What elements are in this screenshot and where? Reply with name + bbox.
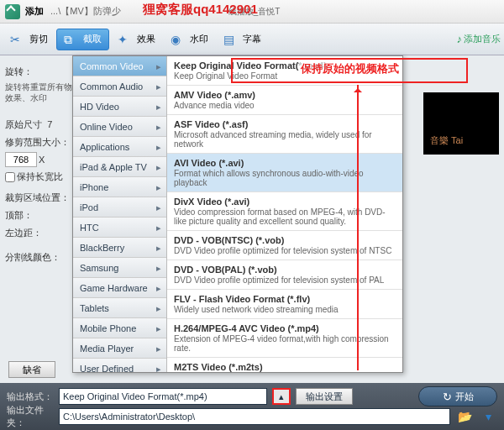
output-settings-button[interactable]: 输出设置 [296, 388, 353, 405]
category-item[interactable]: Applications [73, 137, 166, 157]
effect-button[interactable]: 效果 [111, 29, 162, 50]
app-icon [5, 4, 20, 19]
format-desc: DVD Video profile optimized for televisi… [174, 246, 396, 255]
start-button[interactable]: 开始 [418, 386, 497, 406]
add-label[interactable]: 添加 [25, 5, 44, 18]
format-title: AVI Video (*.avi) [174, 158, 396, 168]
format-item[interactable]: DVD - VOB(NTSC) (*.vob)DVD Video profile… [167, 231, 402, 260]
category-item[interactable]: Common Audio [73, 76, 166, 97]
subtitle-icon [223, 33, 240, 46]
category-item[interactable]: Media Player [73, 338, 166, 359]
preview-text: 音樂 Tai [430, 134, 463, 147]
annotation-arrow [357, 85, 359, 370]
format-item[interactable]: FLV - Flash Video Format (*.flv)Widely u… [167, 290, 402, 319]
folder-more-icon[interactable]: ▾ [479, 408, 497, 425]
orig-size-label: 原始尺寸 7 [5, 118, 82, 131]
format-dropdown: Common VideoCommon AudioHD VideoOnline V… [72, 55, 403, 373]
water-icon [171, 33, 187, 46]
format-desc: Format which allows synchronous audio-wi… [174, 169, 396, 187]
crop-range-label: 修剪范围大小： [5, 136, 82, 149]
category-item[interactable]: Samsung [73, 258, 166, 278]
format-title: DivX Video (*.avi) [174, 197, 396, 207]
format-item[interactable]: M2TS Video (*.m2ts)H.264/MPEG-2 M2TS vid… [167, 358, 402, 372]
title-path: ...\【MV】防弹少 [50, 5, 121, 18]
category-item[interactable]: iPhone [73, 177, 166, 197]
annotation-text: 保持原始的视频格式 [299, 61, 401, 76]
format-title: FLV - Flash Video Format (*.flv) [174, 294, 396, 304]
format-desc: Widely used network video streaming medi… [174, 305, 396, 314]
toolbar: 剪切 截取 效果 水印 字幕 添加音乐 [0, 24, 504, 55]
category-item[interactable]: iPod [73, 197, 166, 218]
category-item[interactable]: Tablets [73, 298, 166, 318]
category-item[interactable]: Mobile Phone [73, 318, 166, 338]
format-item[interactable]: H.264/MPEG-4 AVC Video (*.mp4)Extension … [167, 319, 402, 358]
bottom-bar: 输出格式： Keep Original Video Format(*.mp4) … [0, 383, 504, 430]
line-color-label: 分割线颜色： [5, 251, 82, 264]
crop-width-input[interactable] [5, 152, 37, 167]
preview-pane: 音樂 Tai [423, 92, 499, 155]
format-desc: Video compression format based on MPEG-4… [174, 207, 396, 226]
output-folder-label: 输出文件夹： [7, 404, 54, 429]
default-button[interactable]: 缺省 [8, 361, 55, 378]
cut-button[interactable]: 剪切 [3, 29, 55, 50]
output-folder-field[interactable]: C:\Users\Administrator\Desktop\ [59, 408, 450, 425]
category-item[interactable]: Common Video [73, 56, 166, 76]
category-item[interactable]: Online Video [73, 117, 166, 137]
format-desc: DVD Video profile optimized for televisi… [174, 275, 396, 285]
format-dropdown-button[interactable]: ▴ [272, 388, 291, 405]
format-title: M2TS Video (*.m2ts) [174, 362, 396, 372]
format-title: AMV Video (*.amv) [174, 90, 396, 100]
scissor-icon [10, 33, 27, 46]
keep-ratio-field: 保持长宽比 [5, 170, 82, 183]
category-item[interactable]: iPad & Apple TV [73, 157, 166, 177]
format-desc: Microsoft advanced streaming media, wide… [174, 130, 396, 149]
category-item[interactable]: Game Hardware [73, 278, 166, 298]
folder-open-icon[interactable]: 📂 [455, 408, 474, 425]
crop-width-field: X [5, 152, 82, 167]
category-item[interactable]: HTC [73, 218, 166, 238]
format-column: Keep Original Video Format(*.mp4)Keep Or… [167, 56, 402, 372]
format-title: DVD - VOB(PAL) (*.vob) [174, 265, 396, 275]
category-item[interactable]: User Defined [73, 359, 166, 372]
format-title: DVD - VOB(NTSC) (*.vob) [174, 235, 396, 245]
format-item[interactable]: DVD - VOB(PAL) (*.vob)DVD Video profile … [167, 260, 402, 290]
crop-button[interactable]: 截取 [56, 29, 109, 50]
keep-ratio-checkbox[interactable] [5, 172, 15, 182]
watermark-button[interactable]: 水印 [164, 29, 215, 50]
left-panel: 旋转： 旋转将重置所有物、效果、水印 原始尺寸 7 修剪范围大小： X 保持长宽… [5, 66, 82, 264]
output-format-field[interactable]: Keep Original Video Format(*.mp4) [59, 388, 267, 405]
crop-region-label: 裁剪区域位置： [5, 191, 82, 204]
format-item[interactable]: DivX Video (*.avi)Video compression form… [167, 192, 402, 231]
format-title: ASF Video (*.asf) [174, 119, 396, 129]
left-margin-label: 左边距： [5, 227, 82, 239]
rotate-note: 旋转将重置所有物、效果、水印 [5, 81, 82, 103]
format-desc: Advance media video [174, 101, 396, 110]
format-item[interactable]: ASF Video (*.asf)Microsoft advanced stre… [167, 115, 402, 154]
rotate-label: 旋转： [5, 66, 82, 78]
keep-ratio-label: 保持长宽比 [17, 170, 63, 183]
watermark-text: 狸窝客服qq4142901 [143, 2, 258, 18]
music-icon [457, 33, 463, 45]
subtitle-button[interactable]: 字幕 [217, 29, 268, 50]
output-format-label: 输出格式： [7, 391, 54, 403]
format-desc: Extension of MPEG-4 video format,with hi… [174, 334, 396, 353]
format-item[interactable]: AMV Video (*.amv)Advance media video [167, 86, 402, 115]
main-area: 旋转： 旋转将重置所有物、效果、水印 原始尺寸 7 修剪范围大小： X 保持长宽… [0, 55, 504, 383]
category-item[interactable]: HD Video [73, 97, 166, 117]
top-label: 顶部： [5, 209, 82, 222]
category-column: Common VideoCommon AudioHD VideoOnline V… [73, 56, 167, 372]
format-item[interactable]: AVI Video (*.avi)Format which allows syn… [167, 154, 402, 192]
effect-icon [118, 33, 134, 46]
format-title: H.264/MPEG-4 AVC Video (*.mp4) [174, 323, 396, 333]
add-music-link[interactable]: 添加音乐 [457, 33, 501, 45]
category-item[interactable]: BlackBerry [73, 238, 166, 258]
crop-icon [64, 33, 81, 46]
